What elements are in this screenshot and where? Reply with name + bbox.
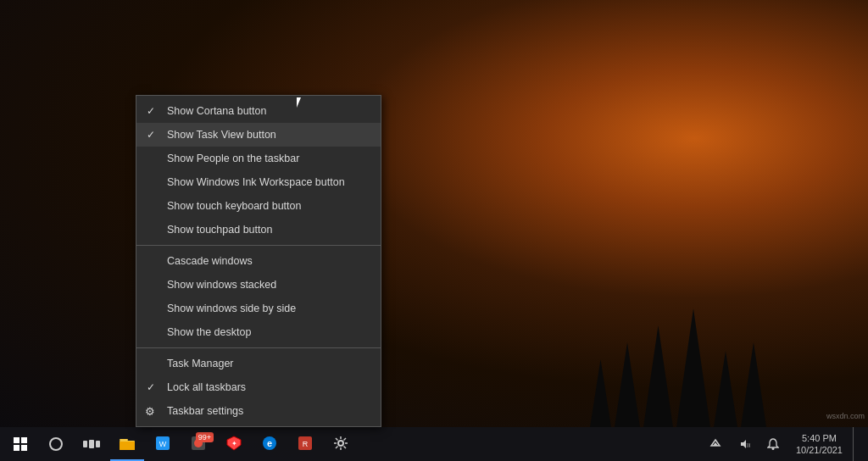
search-icon (49, 437, 63, 451)
context-menu-item-cascade-windows[interactable]: Cascade windows (136, 249, 381, 273)
svg-text:✦: ✦ (231, 440, 237, 447)
menu-item-label: Taskbar settings (167, 405, 243, 417)
clock-time: 5:40 PM (802, 432, 837, 444)
taskbar-app-file-explorer[interactable] (110, 427, 144, 461)
svg-text:e: e (267, 438, 272, 448)
checkmark-icon: ✓ (147, 381, 155, 393)
taskbar-app-edge[interactable]: e (253, 427, 287, 461)
menu-item-label: Show the desktop (167, 326, 251, 338)
settings-gear-icon (333, 436, 348, 451)
tray-network-icon[interactable] (703, 427, 728, 461)
menu-item-label: Show Windows Ink Workspace button (167, 176, 345, 188)
task-view-button[interactable] (75, 427, 108, 461)
svg-line-21 (336, 447, 338, 449)
context-menu-item-show-windows-side-by-side[interactable]: Show windows side by side (136, 297, 381, 320)
tree (714, 351, 737, 427)
taskbar-app-icons: W 99+ ✦ e (110, 427, 701, 461)
edge-browser-icon: e (261, 435, 278, 452)
context-menu-item-show-people[interactable]: Show People on the taskbar (136, 147, 381, 170)
menu-item-label: Lock all taskbars (167, 381, 246, 393)
context-menu-item-taskbar-settings[interactable]: ⚙Taskbar settings (136, 399, 381, 423)
svg-text:)))): )))) (746, 442, 750, 447)
menu-item-label: Show Task View button (167, 129, 276, 141)
svg-marker-24 (741, 440, 746, 448)
tray-volume-icon[interactable]: )))) (732, 427, 757, 461)
clock-date: 10/21/2021 (796, 444, 843, 456)
svg-line-19 (344, 447, 347, 449)
svg-rect-0 (120, 439, 128, 441)
menu-divider (136, 245, 381, 246)
taskbar-app-settings[interactable] (324, 427, 358, 461)
system-tray: )))) 5:40 PM 10/21/2021 (703, 427, 865, 461)
context-menu-item-show-the-desktop[interactable]: Show the desktop (136, 320, 381, 344)
tree (643, 325, 673, 427)
menu-item-label: Show touchpad button (167, 224, 272, 236)
taskbar-context-menu: ✓Show Cortana button✓Show Task View butt… (136, 95, 381, 427)
menu-divider (136, 347, 381, 348)
menu-item-label: Task Manager (167, 358, 234, 369)
tree (590, 359, 611, 427)
watermark: wsxdn.com (826, 412, 865, 420)
taskbar-app-shield[interactable]: ✦ (217, 427, 251, 461)
shield-icon: ✦ (225, 435, 242, 452)
taskbar-app-notification[interactable]: 99+ (181, 427, 215, 461)
context-menu-item-show-touchpad[interactable]: Show touchpad button (136, 218, 381, 242)
context-menu-item-show-task-view[interactable]: ✓Show Task View button (136, 123, 381, 147)
system-clock[interactable]: 5:40 PM 10/21/2021 (789, 427, 849, 461)
taskbar-app-1-icon: W (154, 435, 171, 452)
menu-item-label: Show windows side by side (167, 303, 296, 314)
file-explorer-icon (119, 435, 136, 452)
start-button[interactable] (3, 427, 37, 461)
tray-notification-icon[interactable] (760, 427, 786, 461)
notification-badge: 99+ (196, 432, 214, 442)
tree (741, 342, 766, 427)
menu-item-label: Show touch keyboard button (167, 200, 301, 212)
context-menu-item-show-touch-keyboard[interactable]: Show touch keyboard button (136, 194, 381, 218)
show-desktop-button[interactable] (853, 427, 858, 461)
tree (676, 308, 710, 427)
menu-item-label: Show Cortana button (167, 105, 266, 117)
context-menu-item-show-windows-stacked[interactable]: Show windows stacked (136, 273, 381, 297)
taskbar-app-5[interactable]: R (288, 427, 322, 461)
context-menu-item-show-cortana[interactable]: ✓Show Cortana button (136, 99, 381, 123)
taskbar: W 99+ ✦ e (0, 427, 868, 461)
svg-point-13 (338, 441, 343, 446)
menu-item-label: Show windows stacked (167, 279, 276, 291)
svg-point-26 (771, 447, 774, 450)
context-menu-item-show-ink[interactable]: Show Windows Ink Workspace button (136, 170, 381, 194)
menu-item-label: Cascade windows (167, 255, 253, 267)
svg-line-18 (336, 438, 338, 441)
taskbar-app-1[interactable]: W (146, 427, 180, 461)
svg-rect-2 (120, 442, 135, 450)
search-button[interactable] (39, 427, 73, 461)
tree-silhouettes (590, 308, 766, 427)
svg-text:R: R (303, 440, 309, 448)
checkmark-icon: ✓ (147, 105, 155, 117)
gear-icon: ⚙ (145, 405, 155, 418)
windows-logo-icon (14, 437, 27, 451)
context-menu-item-task-manager[interactable]: Task Manager (136, 352, 381, 375)
task-view-icon (83, 440, 100, 448)
menu-item-label: Show People on the taskbar (167, 153, 299, 164)
taskbar-app-5-icon: R (297, 435, 314, 452)
context-menu-item-lock-taskbars[interactable]: ✓Lock all taskbars (136, 375, 381, 399)
tree (615, 342, 640, 427)
svg-line-20 (344, 438, 347, 441)
checkmark-icon: ✓ (147, 129, 155, 141)
svg-text:W: W (159, 440, 167, 448)
